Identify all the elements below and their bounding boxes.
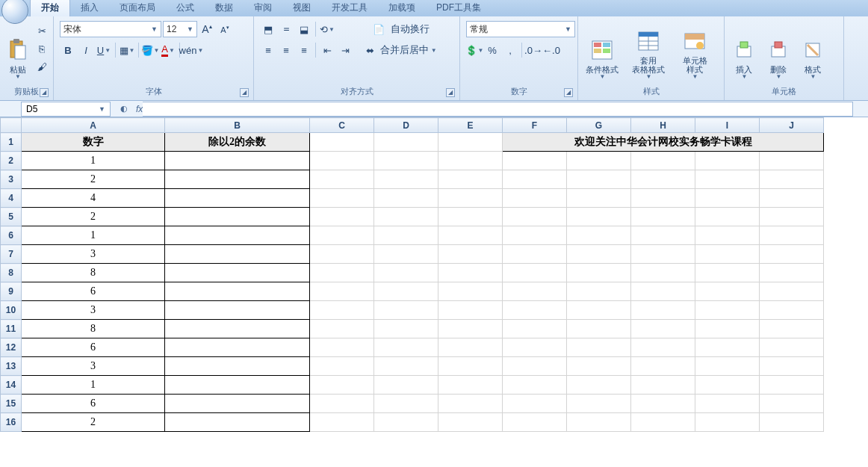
orientation-button[interactable]: ⟲▼: [319, 21, 335, 37]
cell-C9[interactable]: [310, 282, 374, 301]
cell-E13[interactable]: [438, 357, 503, 376]
cell-E11[interactable]: [438, 320, 503, 338]
tab-6[interactable]: 视图: [282, 0, 321, 16]
cell-I3[interactable]: [695, 170, 760, 189]
cell-J15[interactable]: [760, 395, 824, 413]
cell-D13[interactable]: [374, 357, 438, 376]
cell-I7[interactable]: [695, 245, 760, 264]
cell-I11[interactable]: [695, 320, 760, 338]
cut-button[interactable]: ✂: [34, 22, 50, 39]
cell-C4[interactable]: [310, 189, 374, 208]
tab-0[interactable]: 开始: [30, 0, 70, 16]
cell-I16[interactable]: [695, 413, 760, 432]
align-launcher[interactable]: ◢: [446, 88, 455, 97]
cell-I2[interactable]: [695, 152, 760, 170]
cell-B7[interactable]: [165, 245, 310, 264]
row-header-2[interactable]: 2: [1, 152, 22, 170]
borders-button[interactable]: ▦▼: [119, 42, 135, 58]
cell-D15[interactable]: [374, 395, 438, 413]
cell-J7[interactable]: [760, 245, 824, 264]
phonetic-button[interactable]: wén▼: [183, 42, 199, 58]
cell-F10[interactable]: [503, 301, 567, 320]
cell-A7[interactable]: 3: [22, 245, 165, 264]
cell-H13[interactable]: [631, 357, 695, 376]
cell-I5[interactable]: [695, 208, 760, 226]
cell-H8[interactable]: [631, 264, 695, 282]
fx-expand-button[interactable]: ◐: [117, 102, 131, 116]
row-header-7[interactable]: 7: [1, 245, 22, 264]
cell-C10[interactable]: [310, 301, 374, 320]
cell-G10[interactable]: [567, 301, 631, 320]
cell-B13[interactable]: [165, 357, 310, 376]
indent-increase-button[interactable]: ⇥: [337, 42, 353, 58]
align-center-button[interactable]: ≡: [278, 42, 294, 58]
cell-F4[interactable]: [503, 189, 567, 208]
cell-G6[interactable]: [567, 226, 631, 245]
col-header-D[interactable]: D: [374, 118, 438, 133]
font-color-button[interactable]: A▼: [160, 42, 176, 58]
cell-E12[interactable]: [438, 338, 503, 357]
banner-cell[interactable]: 欢迎关注中华会计网校实务畅学卡课程: [503, 133, 824, 152]
cell-E16[interactable]: [438, 413, 503, 432]
cell-G7[interactable]: [567, 245, 631, 264]
tab-4[interactable]: 数据: [205, 0, 244, 16]
cell-F7[interactable]: [503, 245, 567, 264]
tab-8[interactable]: 加载项: [378, 0, 426, 16]
cell-J4[interactable]: [760, 189, 824, 208]
col-header-G[interactable]: G: [567, 118, 631, 133]
cell-A1[interactable]: 数字: [22, 133, 165, 152]
cell-F6[interactable]: [503, 226, 567, 245]
cell-D9[interactable]: [374, 282, 438, 301]
align-top-button[interactable]: ⬒: [260, 21, 276, 37]
cell-B15[interactable]: [165, 395, 310, 413]
cell-D3[interactable]: [374, 170, 438, 189]
row-header-15[interactable]: 15: [1, 395, 22, 413]
cell-D8[interactable]: [374, 264, 438, 282]
cell-H16[interactable]: [631, 413, 695, 432]
cell-H14[interactable]: [631, 376, 695, 395]
cell-B8[interactable]: [165, 264, 310, 282]
cell-G16[interactable]: [567, 413, 631, 432]
italic-button[interactable]: I: [78, 42, 94, 58]
cell-C6[interactable]: [310, 226, 374, 245]
col-header-B[interactable]: B: [165, 118, 310, 133]
cell-C1[interactable]: [310, 133, 374, 152]
cell-I8[interactable]: [695, 264, 760, 282]
cell-F12[interactable]: [503, 338, 567, 357]
cell-A14[interactable]: 1: [22, 376, 165, 395]
cell-H7[interactable]: [631, 245, 695, 264]
row-header-11[interactable]: 11: [1, 320, 22, 338]
tab-1[interactable]: 插入: [70, 0, 109, 16]
cell-A2[interactable]: 1: [22, 152, 165, 170]
cell-B5[interactable]: [165, 208, 310, 226]
fill-color-button[interactable]: 🪣▼: [142, 42, 158, 58]
comma-button[interactable]: ,: [502, 42, 518, 58]
cell-E10[interactable]: [438, 301, 503, 320]
cell-G4[interactable]: [567, 189, 631, 208]
cell-E6[interactable]: [438, 226, 503, 245]
cell-H10[interactable]: [631, 301, 695, 320]
cell-B16[interactable]: [165, 413, 310, 432]
cell-I15[interactable]: [695, 395, 760, 413]
cell-F5[interactable]: [503, 208, 567, 226]
cell-G8[interactable]: [567, 264, 631, 282]
cell-H4[interactable]: [631, 189, 695, 208]
cell-F11[interactable]: [503, 320, 567, 338]
cell-G3[interactable]: [567, 170, 631, 189]
cell-H2[interactable]: [631, 152, 695, 170]
cell-D10[interactable]: [374, 301, 438, 320]
cell-C12[interactable]: [310, 338, 374, 357]
cell-J16[interactable]: [760, 413, 824, 432]
col-header-J[interactable]: J: [760, 118, 824, 133]
cell-D16[interactable]: [374, 413, 438, 432]
cell-I13[interactable]: [695, 357, 760, 376]
cell-F2[interactable]: [503, 152, 567, 170]
align-left-button[interactable]: ≡: [260, 42, 276, 58]
copy-button[interactable]: ⎘: [34, 40, 50, 57]
tab-9[interactable]: PDF工具集: [426, 0, 492, 16]
cell-C5[interactable]: [310, 208, 374, 226]
cell-D1[interactable]: [374, 133, 438, 152]
cell-F13[interactable]: [503, 357, 567, 376]
row-header-8[interactable]: 8: [1, 264, 22, 282]
row-header-10[interactable]: 10: [1, 301, 22, 320]
